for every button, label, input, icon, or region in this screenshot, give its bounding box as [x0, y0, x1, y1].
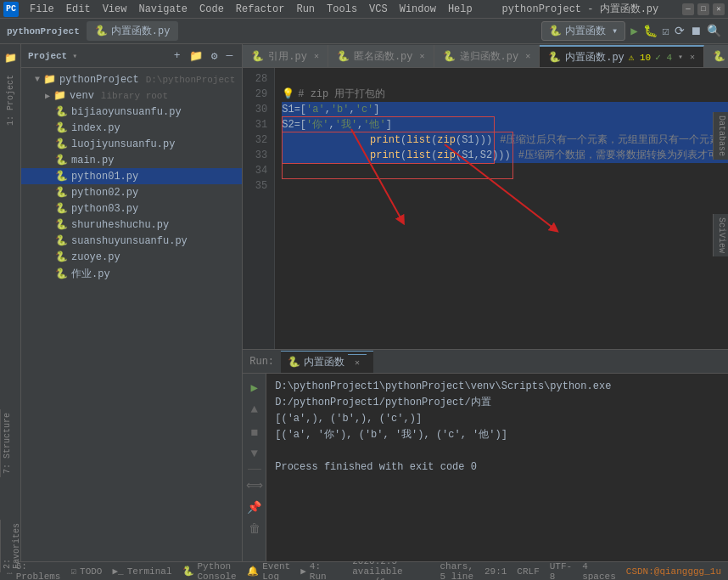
tab-yinyong-label: 引用.py [268, 49, 307, 64]
run-button[interactable]: ▶ [630, 24, 637, 38]
code-comment-33: #压缩两个数据，需要将数据转换为列表才可以打印 [518, 148, 728, 163]
python-console-button[interactable]: 🐍 Python Console [182, 561, 238, 581]
code-print-33: print [370, 149, 400, 161]
tree-file-bijiao[interactable]: 🐍 bijiaoyunsuanfu.py [21, 104, 242, 120]
bulb-icon[interactable]: 💡 [282, 87, 294, 102]
sidebar-title: Project [28, 51, 67, 61]
run-tab-label: 内置函数 [304, 355, 344, 369]
code-content[interactable]: 💡 # zip 用于打包的 S1=['a','b','c'] S2=['你','… [275, 68, 728, 349]
run-wrap-button[interactable]: ⟺ [246, 476, 263, 493]
toolbar-tab-builtins[interactable]: 🐍 内置函数.py [87, 21, 179, 41]
sidebar-header: Project ▾ + 📁 ⚙ — [21, 44, 242, 68]
run-tab-neizhi[interactable]: 🐍 内置函数 ✕ [281, 351, 373, 373]
menu-edit[interactable]: Edit [60, 2, 97, 17]
menu-window[interactable]: Window [394, 2, 442, 17]
tab-liebiao[interactable]: 🐍 列表.py ✕ [704, 45, 728, 67]
run-pin-button[interactable]: 📌 [246, 498, 263, 515]
tab-neizhi[interactable]: 🐍 内置函数.py ⚠ 10 ✓ 4 ▾ ✕ [540, 45, 704, 67]
tab-neizhi-close[interactable]: ✕ [690, 52, 695, 62]
tree-file-python03[interactable]: 🐍 python03.py [21, 200, 242, 217]
run-trash-button[interactable]: 🗑 [246, 521, 263, 538]
py-file-icon: 🐍 [55, 121, 68, 134]
tab-digui-icon: 🐍 [443, 50, 456, 63]
debug-button[interactable]: 🐛 [643, 24, 658, 38]
window-title: pythonProject - 内置函数.py [479, 2, 682, 16]
menu-code[interactable]: Code [193, 2, 230, 17]
run-status-icon: ▶ [300, 566, 306, 577]
maximize-button[interactable]: □ [697, 3, 709, 15]
tab-ok-badge: ✓ 4 [655, 52, 672, 63]
tree-file-shuru[interactable]: 🐍 shuruheshuchu.py [21, 217, 242, 233]
tree-venv[interactable]: ▶ 📁 venv library root [21, 87, 242, 104]
sciview-panel-label[interactable]: SciView [713, 214, 728, 256]
run-down-button[interactable]: ▼ [246, 445, 263, 462]
editor-container: 🐍 引用.py ✕ 🐍 匿名函数.py ✕ 🐍 递归函数.py ✕ 🐍 内置函数… [243, 44, 728, 561]
new-file-button[interactable]: + [171, 48, 183, 64]
structure-panel-label[interactable]: 7: Structure [0, 409, 15, 477]
activity-project-label[interactable]: 1: Project [6, 71, 15, 129]
tab-warning-badge: ⚠ 10 [629, 52, 651, 63]
tree-file-zuoye2[interactable]: 🐍 作业.py [21, 265, 242, 283]
tab-yinyong-close[interactable]: ✕ [314, 51, 319, 61]
tree-file-zuoye[interactable]: 🐍 zuoye.py [21, 249, 242, 265]
run-stop-button[interactable]: ◼ [246, 423, 263, 440]
tab-digui-close[interactable]: ✕ [525, 51, 530, 61]
menu-view[interactable]: View [97, 2, 133, 17]
minimize-button[interactable]: — [682, 3, 694, 15]
menu-tools[interactable]: Tools [321, 2, 363, 17]
run-tab-close[interactable]: ✕ [348, 354, 367, 370]
py-file-icon: 🐍 [55, 234, 68, 247]
run-content: ▶ ▲ ◼ ▼ ⟺ 📌 🗑 D:\pythonProject1\pythonPr… [243, 374, 728, 561]
tab-niming-close[interactable]: ✕ [420, 51, 425, 61]
main-layout: 📁 1: Project Project ▾ + 📁 ⚙ — ▼ 📁 [0, 44, 728, 561]
run-output-line-2: [('a',), ('b',), ('c',)] [275, 411, 728, 427]
tree-file-main[interactable]: 🐍 main.py [21, 152, 242, 168]
search-button[interactable]: 🔍 [707, 24, 721, 38]
run-config-dropdown[interactable]: 🐍 内置函数 ▾ [541, 21, 625, 41]
menu-help[interactable]: Help [442, 2, 479, 17]
tree-root[interactable]: ▼ 📁 pythonProject D:\pythonProject [21, 71, 242, 87]
run-up-button[interactable]: ▲ [246, 401, 263, 418]
tab-yinyong[interactable]: 🐍 引用.py ✕ [243, 45, 328, 67]
settings-icon[interactable]: ⚙ [209, 48, 221, 64]
tree-file-python01[interactable]: 🐍 python01.py [21, 168, 242, 184]
terminal-icon: ▶_ [112, 566, 123, 577]
todo-button[interactable]: ☑ TODO [70, 566, 102, 577]
menu-file[interactable]: File [24, 2, 60, 17]
menu-run[interactable]: Run [290, 2, 321, 17]
favorites-panel-label[interactable]: 2: Favorites [0, 520, 15, 572]
run-tab-icon: 🐍 [288, 356, 300, 369]
tab-digui[interactable]: 🐍 递归函数.py ✕ [434, 45, 540, 67]
collapse-icon[interactable]: — [223, 48, 235, 64]
stop-button[interactable]: ⏹ [690, 25, 702, 38]
tree-file-index[interactable]: 🐍 index.py [21, 120, 242, 136]
sidebar-actions: + 📁 ⚙ — [171, 48, 235, 64]
database-panel-label[interactable]: Database [713, 112, 728, 160]
sidebar: Project ▾ + 📁 ⚙ — ▼ 📁 pythonProject D:\p… [21, 44, 243, 561]
status-bar: ⚠ 6: Problems ☑ TODO ▶_ Terminal 🐍 Pytho… [0, 561, 728, 580]
menu-vcs[interactable]: VCS [363, 2, 394, 17]
activity-project[interactable]: 📁 [0, 48, 20, 68]
encoding-label: UTF-8 [550, 561, 572, 581]
tree-file-suanshu[interactable]: 🐍 suanshuyunsuanfu.py [21, 233, 242, 249]
terminal-button[interactable]: ▶_ Terminal [112, 566, 171, 577]
run-panel-header: Run: 🐍 内置函数 ✕ ⚙ [243, 350, 728, 374]
new-folder-button[interactable]: 📁 [187, 48, 205, 64]
tree-file-shuru-label: shuruheshuchu.py [71, 219, 169, 231]
profile-button[interactable]: ⟳ [675, 24, 685, 38]
menu-refactor[interactable]: Refactor [230, 2, 291, 17]
py-file-icon: 🐍 [55, 105, 68, 118]
tree-file-luoji[interactable]: 🐍 luojiyunsuanfu.py [21, 136, 242, 152]
run-status-label: 4: Run [310, 561, 327, 581]
run-play-button[interactable]: ▶ [246, 379, 263, 396]
close-button[interactable]: ✕ [713, 3, 725, 15]
tree-file-python02[interactable]: 🐍 python02.py [21, 184, 242, 200]
py-file-icon: 🐍 [55, 251, 68, 263]
py-file-icon: 🐍 [55, 170, 68, 183]
tree-file-luoji-label: luojiyunsuanfu.py [71, 138, 175, 150]
line-num-34: 34 [243, 163, 267, 178]
menu-navigate[interactable]: Navigate [132, 2, 193, 17]
todo-icon: ☑ [70, 566, 76, 577]
coverage-button[interactable]: ☑ [663, 24, 669, 38]
tab-niming[interactable]: 🐍 匿名函数.py ✕ [328, 45, 434, 67]
